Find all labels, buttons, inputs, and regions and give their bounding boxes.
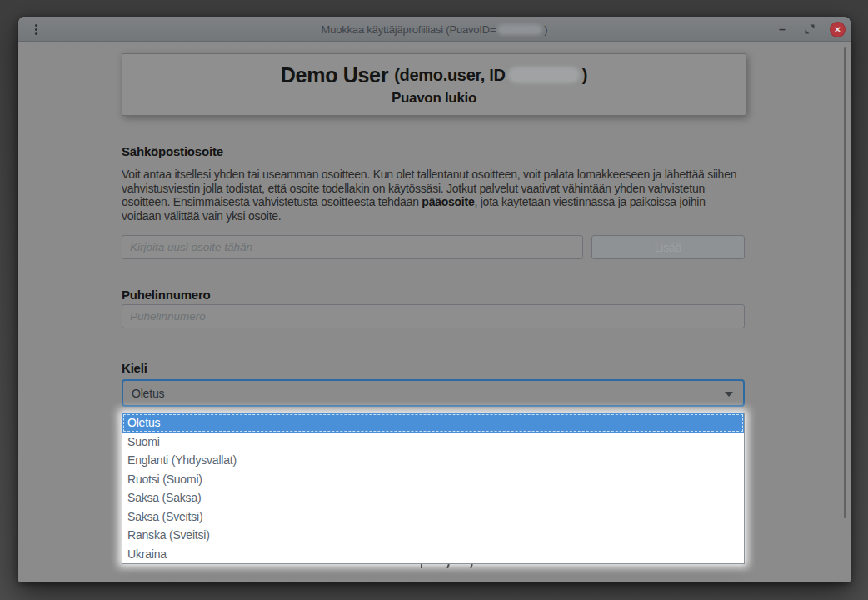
email-section-heading: Sähköpostiosoite [122, 144, 223, 158]
user-meta: (demo.user, ID [394, 66, 506, 85]
window-title-text: Muokkaa käyttäjäprofiiliasi (PuavoID= [322, 23, 496, 36]
new-email-input[interactable] [122, 235, 583, 259]
titlebar: Muokkaa käyttäjäprofiiliasi (PuavoID= ) … [18, 17, 851, 42]
profile-title: Demo User (demo.user, ID ) [281, 63, 587, 88]
phone-number-input[interactable] [122, 304, 745, 328]
chevron-down-icon [725, 392, 733, 397]
language-section-heading: Kieli [122, 361, 147, 375]
language-option[interactable]: Ruotsi (Suomi) [122, 470, 744, 489]
window-title-suffix: ) [544, 23, 547, 36]
phone-section-heading: Puhelinnumero [122, 288, 211, 302]
language-option[interactable]: Saksa (Saksa) [122, 488, 744, 508]
language-select-value: Oletus [132, 387, 164, 400]
language-option[interactable]: Suomi [122, 432, 744, 452]
close-button[interactable]: ✕ [830, 22, 846, 38]
page-content: Demo User (demo.user, ID ) Puavon lukio … [18, 42, 851, 582]
email-description-bold: pääosoite [422, 195, 474, 208]
language-option[interactable]: Ranska (Sveitsi) [122, 526, 744, 545]
profile-header-card: Demo User (demo.user, ID ) Puavon lukio [122, 53, 746, 116]
language-option[interactable]: Oletus [122, 413, 744, 432]
window-controls: – ✕ [775, 17, 846, 42]
email-description: Voit antaa itsellesi yhden tai useamman … [122, 168, 746, 222]
user-meta-suffix: ) [582, 66, 587, 85]
clipped-text-remnant [401, 564, 484, 569]
user-display-name: Demo User [281, 63, 388, 88]
redacted-puavo-id [497, 24, 542, 35]
language-option[interactable]: Ukraina [122, 545, 744, 564]
restore-icon[interactable] [802, 22, 817, 37]
language-option[interactable]: Englanti (Yhdysvallat) [122, 451, 744, 470]
window-title: Muokkaa käyttäjäprofiiliasi (PuavoID= ) [18, 17, 851, 42]
add-email-button[interactable]: Lisää [591, 235, 745, 259]
minimize-button[interactable]: – [775, 17, 790, 42]
language-select[interactable]: Oletus [122, 379, 745, 407]
profile-editor-window: Muokkaa käyttäjäprofiiliasi (PuavoID= ) … [18, 17, 851, 582]
close-icon: ✕ [834, 25, 841, 34]
language-option[interactable]: Saksa (Sveitsi) [122, 508, 744, 527]
redacted-user-id [508, 67, 580, 83]
scrollbar-thumb[interactable] [844, 48, 846, 518]
language-dropdown-list: Oletus Suomi Englanti (Yhdysvallat) Ruot… [122, 412, 745, 564]
school-name: Puavon lukio [392, 90, 476, 107]
